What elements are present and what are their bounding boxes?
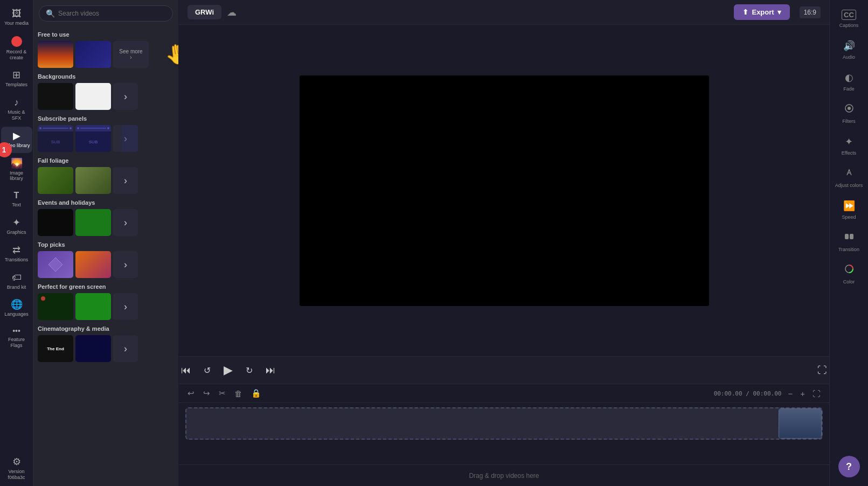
sidebar-label-music: Music & SFX — [3, 109, 30, 121]
sidebar-label-flags: Feature Flags — [3, 337, 30, 349]
thumb-cinema1[interactable]: The End — [38, 335, 73, 362]
thumb-bg-white[interactable] — [75, 83, 111, 110]
video-library-icon: ▶ — [13, 131, 20, 141]
top-picks-more-btn[interactable]: › — [113, 251, 138, 278]
skip-btn[interactable]: ⏭ — [263, 363, 277, 378]
help-btn[interactable]: ? — [838, 456, 860, 477]
sidebar-item-record-create[interactable]: Record & create — [1, 32, 32, 65]
forward5-btn[interactable]: ↻ — [244, 363, 255, 378]
thumb-events2[interactable] — [75, 209, 111, 236]
sidebar-item-brand-kit[interactable]: 🏷 Brand kit — [1, 268, 32, 295]
thumb-sub2[interactable]: SUB — [75, 125, 111, 152]
right-item-speed[interactable]: ⏩ Speed — [832, 195, 866, 225]
rewind-btn[interactable]: ⏮ — [179, 363, 193, 378]
cloud-sync-btn[interactable]: ☁ — [227, 6, 237, 18]
right-item-transition[interactable]: Transition — [832, 226, 866, 258]
left-sidebar: 🖼 Your media Record & create ⊞ Templates… — [0, 0, 33, 486]
undo-btn[interactable]: ↩ — [185, 387, 197, 399]
thumb-green-bright[interactable] — [75, 293, 111, 320]
thumb-see-more[interactable]: See more › — [113, 41, 149, 68]
cinematography-more-btn[interactable]: › — [113, 335, 138, 362]
thumb-sunset[interactable] — [38, 41, 73, 68]
sidebar-label-templates: Templates — [5, 82, 27, 88]
green-screen-more-btn[interactable]: › — [113, 293, 138, 320]
sidebar-item-text[interactable]: T Text — [1, 187, 32, 212]
right-item-captions[interactable]: CC Captions — [832, 4, 866, 33]
cut-btn[interactable]: ✂ — [217, 387, 228, 399]
thumb-sub1[interactable]: SUB — [38, 125, 73, 152]
foliage-more-btn[interactable]: › — [113, 167, 138, 194]
right-item-adjust-colors[interactable]: Adjust colors — [832, 162, 866, 193]
thumb-purple-diamond[interactable] — [38, 251, 73, 278]
right-item-color[interactable]: Color — [832, 259, 866, 290]
subscribe-more-btn[interactable]: › — [113, 125, 138, 152]
see-more-chevron: › — [130, 54, 131, 60]
search-input[interactable] — [58, 10, 166, 17]
thumb-bg-black[interactable] — [38, 83, 73, 110]
right-item-filters[interactable]: Filters — [832, 98, 866, 129]
sidebar-label-brand: Brand kit — [7, 284, 26, 290]
sidebar-item-transitions[interactable]: ⇄ Transitions — [1, 241, 32, 267]
sidebar-item-feature-flags[interactable]: ••• Feature Flags — [1, 323, 32, 353]
sidebar-item-music-sfx[interactable]: ♪ Music & SFX — [1, 93, 32, 126]
sidebar-item-video-library[interactable]: ▶ Video library 1 — [1, 127, 32, 153]
thumb-orange-gradient[interactable] — [75, 251, 111, 278]
section-title-free: Free to use — [38, 31, 174, 38]
timeline-clip[interactable] — [779, 408, 822, 439]
thumb-dark-green[interactable] — [38, 293, 73, 320]
sidebar-label-image: Image library — [3, 170, 30, 182]
transitions-icon: ⇄ — [12, 245, 20, 255]
sidebar-item-version[interactable]: ⚙ Version f06ba3c — [1, 453, 32, 485]
ratio-badge: 16:9 — [800, 6, 821, 18]
speed-icon: ⏩ — [843, 200, 855, 212]
sidebar-item-languages[interactable]: 🌐 Languages — [1, 295, 32, 322]
video-canvas[interactable] — [300, 75, 709, 306]
fit-btn[interactable]: ⛶ — [810, 388, 823, 399]
thumb-cinema2[interactable] — [75, 335, 111, 362]
events-more-btn[interactable]: › — [113, 209, 138, 236]
delete-btn[interactable]: 🗑 — [232, 388, 245, 399]
panel-scroll: Free to use See more › Backgrounds › Sub… — [33, 26, 178, 486]
right-item-effects[interactable]: ✦ Effects — [832, 130, 866, 161]
sidebar-label-record: Record & create — [3, 49, 30, 61]
drag-drop-label[interactable]: Drag & drop videos here — [179, 464, 829, 486]
section-title-backgrounds: Backgrounds — [38, 73, 174, 80]
right-item-fade[interactable]: ◐ Fade — [832, 66, 866, 97]
filters-label: Filters — [842, 119, 856, 124]
sidebar-label-transitions: Transitions — [5, 257, 29, 263]
thumb-blue-particles[interactable] — [75, 41, 111, 68]
fade-label: Fade — [843, 86, 855, 92]
record-icon — [11, 36, 22, 47]
timeline-track[interactable] — [185, 407, 823, 440]
color-icon — [844, 264, 854, 276]
section-title-events: Events and holidays — [38, 199, 174, 206]
zoom-in-btn[interactable]: + — [798, 388, 807, 399]
sidebar-label-text: Text — [12, 202, 21, 208]
help-icon: ? — [846, 461, 852, 473]
sidebar-item-image-library[interactable]: 🌄 Image library — [1, 154, 32, 186]
effects-icon: ✦ — [845, 136, 853, 148]
zoom-out-btn[interactable]: − — [786, 388, 795, 399]
your-media-icon: 🖼 — [12, 9, 22, 18]
thumb-events1[interactable] — [38, 209, 73, 236]
backgrounds-more-btn[interactable]: › — [113, 83, 138, 110]
export-btn[interactable]: ⬆ Export ▾ — [734, 4, 789, 20]
sidebar-item-templates[interactable]: ⊞ Templates — [1, 66, 32, 92]
main-area: GRWi ☁ ⬆ Export ▾ 16:9 ⏮ ↺ ▶ ↻ ⏭ ⛶ ↩ ↪ ✂… — [179, 0, 829, 486]
back5-btn[interactable]: ↺ — [202, 363, 213, 378]
fullscreen-btn[interactable]: ⛶ — [815, 363, 829, 378]
thumb-foliage2[interactable] — [75, 167, 111, 194]
lock-btn[interactable]: 🔒 — [249, 387, 263, 399]
right-item-audio[interactable]: 🔊 Audio — [832, 34, 866, 65]
right-sidebar: CC Captions 🔊 Audio ◐ Fade Filters ✦ Eff… — [829, 0, 868, 486]
languages-icon: 🌐 — [11, 300, 23, 309]
search-bar: 🔍 — [39, 5, 173, 22]
foliage-row: › — [38, 167, 174, 194]
thumb-foliage1[interactable] — [38, 167, 73, 194]
project-name-btn[interactable]: GRWi — [188, 5, 221, 19]
svg-rect-4 — [845, 234, 849, 239]
sidebar-item-your-media[interactable]: 🖼 Your media — [1, 4, 32, 31]
redo-btn[interactable]: ↪ — [201, 387, 212, 399]
play-btn[interactable]: ▶ — [221, 361, 235, 379]
sidebar-item-graphics[interactable]: ✦ Graphics — [1, 213, 32, 240]
